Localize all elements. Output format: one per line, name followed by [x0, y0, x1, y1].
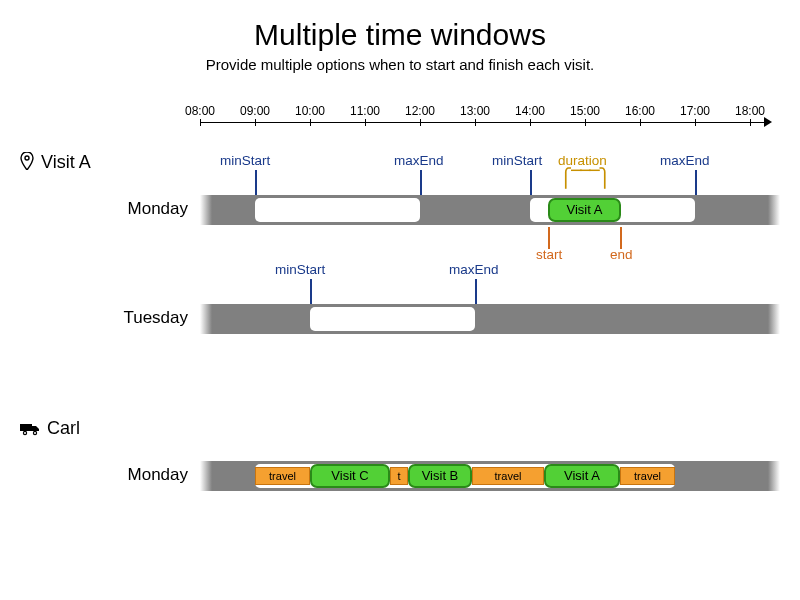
- window-mon-1: [255, 198, 420, 222]
- window-tue-1: [310, 307, 475, 331]
- visit-a-label: Visit A: [41, 152, 91, 172]
- track-visita-tuesday: [200, 304, 780, 334]
- svg-point-3: [24, 432, 26, 434]
- travel-3: travel: [472, 467, 544, 485]
- anno-minstart-1: minStart: [220, 153, 270, 168]
- page-subtitle: Provide multiple options when to start a…: [0, 56, 800, 73]
- brace-duration: ⎧⎺⎺⎺⎫: [545, 167, 623, 189]
- anno-minstart-2: minStart: [492, 153, 542, 168]
- visit-a-pill: Visit A: [548, 198, 621, 222]
- svg-point-0: [25, 156, 29, 160]
- tick-1100: 11:00: [345, 104, 385, 118]
- track-visita-monday: Visit A: [200, 195, 780, 225]
- visit-c-pill: Visit C: [310, 464, 390, 488]
- tick-1800: 18:00: [730, 104, 770, 118]
- svg-point-5: [34, 432, 36, 434]
- anno-start: start: [536, 247, 562, 262]
- day-monday-1: Monday: [108, 199, 188, 219]
- mark-minstart-1: [255, 170, 257, 195]
- anno-end: end: [610, 247, 633, 262]
- travel-2: t: [390, 467, 408, 485]
- page-title: Multiple time windows: [0, 18, 800, 52]
- mark-maxend-1: [420, 170, 422, 195]
- day-tuesday: Tuesday: [108, 308, 188, 328]
- tick-1400: 14:00: [510, 104, 550, 118]
- anno-maxend-2: maxEnd: [660, 153, 710, 168]
- tick-1300: 13:00: [455, 104, 495, 118]
- tick-1200: 12:00: [400, 104, 440, 118]
- mark-minstart-3: [310, 279, 312, 304]
- travel-4: travel: [620, 467, 675, 485]
- mark-maxend-3: [475, 279, 477, 304]
- anno-minstart-3: minStart: [275, 262, 325, 277]
- mark-minstart-2: [530, 170, 532, 195]
- mark-end: [620, 227, 622, 249]
- mark-start: [548, 227, 550, 249]
- tick-1700: 17:00: [675, 104, 715, 118]
- tick-0900: 09:00: [235, 104, 275, 118]
- tick-1500: 15:00: [565, 104, 605, 118]
- travel-1: travel: [255, 467, 310, 485]
- tick-1600: 16:00: [620, 104, 660, 118]
- truck-icon: [20, 420, 40, 441]
- time-axis: 08:00 09:00 10:00 11:00 12:00 13:00 14:0…: [200, 104, 770, 126]
- anno-duration: duration: [558, 153, 607, 168]
- carl-heading: Carl: [20, 418, 80, 441]
- day-monday-2: Monday: [108, 465, 188, 485]
- map-pin-icon: [20, 152, 34, 175]
- carl-label: Carl: [47, 418, 80, 438]
- mark-maxend-2: [695, 170, 697, 195]
- anno-maxend-1: maxEnd: [394, 153, 444, 168]
- tick-0800: 08:00: [180, 104, 220, 118]
- svg-rect-1: [20, 424, 32, 431]
- visit-a-heading: Visit A: [20, 152, 91, 175]
- visit-b-pill: Visit B: [408, 464, 472, 488]
- tick-1000: 10:00: [290, 104, 330, 118]
- track-carl-monday: travel Visit C t Visit B travel Visit A …: [200, 461, 780, 491]
- anno-maxend-3: maxEnd: [449, 262, 499, 277]
- visit-a-pill-2: Visit A: [544, 464, 620, 488]
